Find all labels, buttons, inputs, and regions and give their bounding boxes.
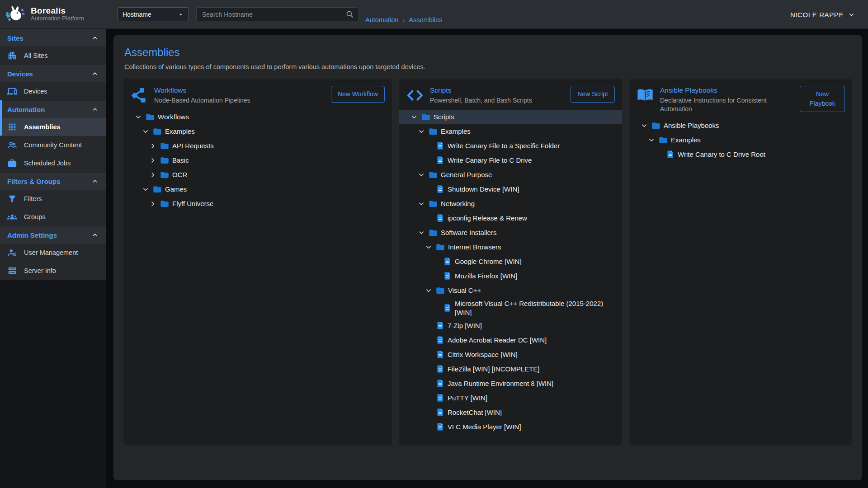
tree-node-flyff-universe[interactable]: Flyff Universe — [131, 197, 385, 211]
tree-node-label: Shutdown Device [WIN] — [448, 185, 519, 194]
folder-icon — [435, 242, 445, 252]
breadcrumb-link-assemblies[interactable]: Assemblies — [409, 16, 442, 23]
tree-node-examples[interactable]: Examples — [406, 124, 615, 139]
folder-icon — [428, 199, 438, 209]
tree-node-write-canary-file-to-a-specific-folder[interactable]: Write Canary File to a Specific Folder — [406, 139, 615, 153]
grid-icon — [7, 122, 17, 132]
sidebar-section-header-automation[interactable]: Automation — [0, 100, 106, 118]
topbar: Borealis Automation Platform Hostname Au… — [0, 0, 868, 29]
tree-node-ipconfig-release-renew[interactable]: ipconfig Release & Renew — [406, 211, 615, 225]
tree-node-scripts[interactable]: Scripts — [399, 110, 622, 124]
tree-node-software-installers[interactable]: Software Installers — [406, 225, 615, 240]
sidebar-item-community-content[interactable]: Community Content — [0, 136, 106, 154]
sidebar-item-user-management[interactable]: User Management — [0, 244, 106, 262]
tree-node-label: Scripts — [434, 113, 454, 122]
tree-node-label: Internet Browsers — [448, 243, 501, 252]
tree-node-networking[interactable]: Networking — [406, 197, 615, 211]
card-workflows: WorkflowsNode-Based Automation Pipelines… — [123, 79, 392, 446]
tree-node-examples[interactable]: Examples — [131, 124, 385, 139]
sidebar-section-admin-settings: Admin SettingsUser ManagementServer Info — [0, 226, 106, 280]
sidebar-item-filters[interactable]: Filters — [0, 190, 106, 208]
tree-node-write-canary-to-c-drive-root[interactable]: Write Canary to C Drive Root — [637, 147, 845, 162]
tree-node-citrix-workspace-win[interactable]: Citrix Workspace [WIN] — [406, 347, 615, 361]
tree-node-label: Google Chrome [WIN] — [455, 257, 522, 266]
tree-node-vlc-media-player-win[interactable]: VLC Media Player [WIN] — [406, 419, 615, 434]
tree-node-internet-browsers[interactable]: Internet Browsers — [406, 240, 615, 254]
tree-node-adobe-acrobat-reader-dc-win[interactable]: Adobe Acrobat Reader DC [WIN] — [406, 333, 615, 347]
sidebar-item-all-sites[interactable]: All Sites — [0, 47, 106, 65]
new-script-button[interactable]: New Script — [571, 86, 615, 103]
tree-node-putty-win[interactable]: PuTTY [WIN] — [406, 390, 615, 405]
tree-node-microsoft-visual-c-redistributable-2015-2022-win[interactable]: Microsoft Visual C++ Redistributable (20… — [406, 298, 615, 319]
tree-node-visual-c[interactable]: Visual C++ — [406, 283, 615, 298]
sidebar-section-header-sites[interactable]: Sites — [0, 29, 106, 47]
tree-node-label: OCR — [172, 170, 187, 179]
chevron-down-icon — [134, 113, 142, 121]
tree-node-basic[interactable]: Basic — [131, 153, 385, 168]
sidebar-item-scheduled-jobs[interactable]: Scheduled Jobs — [0, 154, 106, 172]
tree-node-label: Basic — [172, 156, 189, 165]
search-input[interactable] — [201, 10, 345, 19]
tree-node-examples[interactable]: Examples — [637, 133, 845, 147]
chevron-up-icon — [91, 70, 99, 77]
tree-node-rocketchat-win[interactable]: RocketChat [WIN] — [406, 405, 615, 419]
chevron-down-icon — [417, 200, 425, 208]
sidebar-section-header-devices[interactable]: Devices — [0, 65, 106, 82]
card-title[interactable]: Workflows — [154, 86, 325, 94]
card-titles: WorkflowsNode-Based Automation Pipelines — [154, 86, 325, 105]
tree-node-label: Workflows — [158, 113, 189, 122]
new-workflow-button[interactable]: New Workflow — [331, 86, 385, 103]
groups-icon — [7, 212, 17, 222]
tree-node-filezilla-win-incomplete[interactable]: FileZilla [WIN] [INCOMPLETE] — [406, 361, 615, 376]
sidebar-item-label: Scheduled Jobs — [24, 160, 71, 167]
sidebar-item-groups[interactable]: Groups — [0, 208, 106, 226]
sidebar-section-header-filters-groups[interactable]: Filters & Groups — [0, 172, 106, 190]
tree-node-7-zip-win[interactable]: 7-Zip [WIN] — [406, 318, 615, 333]
tree-node-ansible-playbooks[interactable]: Ansible Playbooks — [637, 118, 845, 133]
breadcrumb-link-automation[interactable]: Automation — [365, 16, 398, 23]
devices-icon — [7, 86, 17, 96]
brand[interactable]: Borealis Automation Platform — [5, 4, 84, 24]
file-icon — [435, 350, 445, 359]
sidebar-item-label: Assemblies — [24, 123, 61, 131]
card-title[interactable]: Scripts — [430, 86, 564, 94]
search-icon[interactable] — [345, 10, 354, 19]
sidebar-item-server-info[interactable]: Server Info — [0, 262, 106, 280]
new-playbook-button[interactable]: New Playbook — [800, 86, 845, 112]
tree-node-workflows[interactable]: Workflows — [131, 110, 385, 124]
file-icon — [435, 321, 445, 330]
tree-workflows: WorkflowsExamplesAPI RequestsBasicOCRGam… — [131, 110, 385, 211]
tree-node-games[interactable]: Games — [131, 182, 385, 197]
chevron-up-icon — [91, 178, 99, 185]
tree-node-write-canary-file-to-c-drive[interactable]: Write Canary File to C Drive — [406, 153, 615, 168]
folder-icon — [421, 112, 431, 122]
tree-node-label: Flyff Universe — [172, 199, 213, 208]
sidebar-item-label: User Management — [24, 249, 78, 256]
hostname-select[interactable]: Hostname — [118, 7, 189, 21]
tree-node-shutdown-device-win[interactable]: Shutdown Device [WIN] — [406, 182, 615, 197]
chevron-down-icon — [142, 185, 150, 193]
tree-node-java-runtime-environment-8-win[interactable]: Java Runtime Environment 8 [WIN] — [406, 376, 615, 390]
sidebar-section-header-admin-settings[interactable]: Admin Settings — [0, 226, 106, 244]
cards-row: WorkflowsNode-Based Automation Pipelines… — [123, 79, 852, 446]
card-title[interactable]: Ansible Playbooks — [660, 86, 793, 94]
tree-node-mozilla-firefox-win[interactable]: Mozilla Firefox [WIN] — [406, 269, 615, 283]
card-header: Ansible PlaybooksDeclarative Instruction… — [637, 86, 845, 113]
tree-node-google-chrome-win[interactable]: Google Chrome [WIN] — [406, 254, 615, 269]
tree-node-label: Examples — [165, 127, 195, 136]
card-header: WorkflowsNode-Based Automation Pipelines… — [131, 86, 385, 105]
sidebar-item-label: All Sites — [24, 52, 47, 59]
search-box — [196, 7, 359, 21]
tree-node-general-purpose[interactable]: General Purpose — [406, 168, 615, 182]
user-menu[interactable]: NICOLE RAPPE — [790, 0, 855, 29]
tree-node-api-requests[interactable]: API Requests — [131, 139, 385, 153]
file-icon — [435, 379, 445, 388]
sidebar-item-devices[interactable]: Devices — [0, 82, 106, 100]
page-title: Assemblies — [124, 46, 852, 59]
sidebar-item-assemblies[interactable]: Assemblies — [0, 118, 106, 136]
chevron-down-icon — [425, 286, 433, 295]
file-icon — [435, 141, 445, 150]
sidebar-section-sites: SitesAll Sites — [0, 29, 106, 65]
section-label: Automation — [7, 106, 45, 113]
tree-node-ocr[interactable]: OCR — [131, 168, 385, 182]
